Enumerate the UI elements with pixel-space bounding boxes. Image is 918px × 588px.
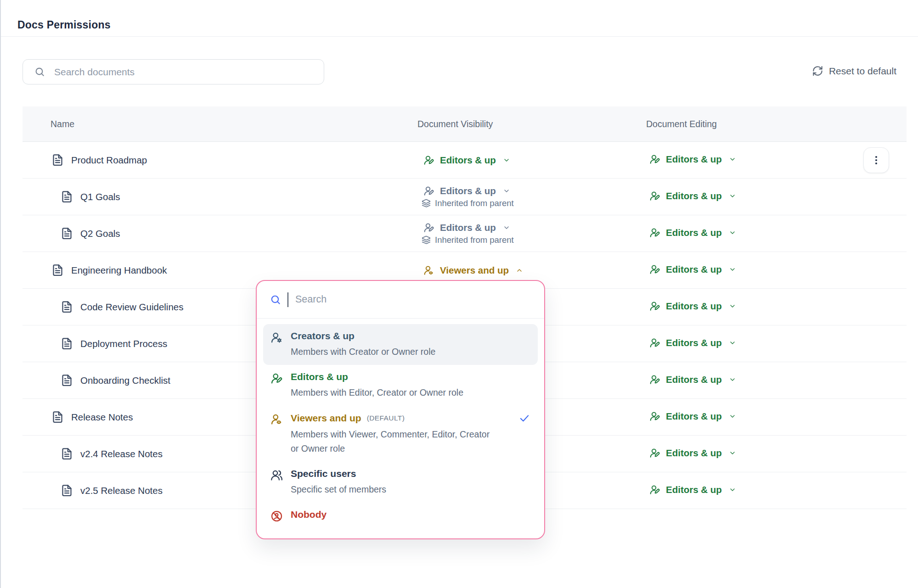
file-text-icon [61,374,73,386]
chevron-down-icon [503,224,510,231]
editing-value: Editors & up [666,154,722,165]
row-menu-button[interactable] [863,147,889,173]
visibility-value: Viewers and up [440,265,509,276]
column-header-name: Name [23,119,407,129]
editing-dropdown[interactable]: Editors & up [649,484,736,495]
user-edit-icon [270,372,283,385]
doc-name-cell: Q1 Goals [23,190,407,203]
option-text: Specific users Specific set of members [291,468,530,496]
option-specific-users[interactable]: Specific users Specific set of members [263,462,538,503]
option-creators-and-up[interactable]: Creators & up Members with Creator or Ow… [263,324,538,365]
text-caret [287,292,288,307]
row-actions-cell [855,147,907,173]
editing-value: Editors & up [666,411,722,422]
editing-dropdown[interactable]: Editors & up [649,264,736,275]
users-icon [270,469,283,482]
user-edit-icon [423,185,434,196]
editing-cell: Editors & up [642,374,855,387]
kebab-icon [871,155,882,166]
visibility-value: Editors & up [440,222,496,233]
inherited-badge: Inherited from parent [422,198,642,208]
table-header: Name Document Visibility Document Editin… [23,106,907,142]
table-row: Product Roadmap Editors & up Editors & u… [23,142,907,179]
file-text-icon [61,301,73,313]
doc-name: Q2 Goals [80,228,120,239]
editing-value: Editors & up [666,374,722,385]
visibility-dropdown[interactable]: Editors & up [423,155,510,166]
option-default-badge: (DEFAULT) [367,414,405,422]
chevron-down-icon [729,156,736,163]
column-header-editing: Document Editing [642,119,855,129]
editing-cell: Editors & up [642,154,855,167]
user-eye-icon [423,265,434,276]
file-text-icon [51,264,64,276]
option-text: Nobody [291,509,530,520]
editing-dropdown[interactable]: Editors & up [649,448,736,459]
editing-value: Editors & up [666,190,722,202]
file-text-icon [61,227,73,240]
doc-name-cell: Q2 Goals [23,227,407,240]
editing-cell: Editors & up [642,190,855,203]
editing-dropdown[interactable]: Editors & up [649,374,736,385]
editing-dropdown[interactable]: Editors & up [649,190,736,202]
editing-value: Editors & up [666,301,722,312]
option-text: Viewers and up (DEFAULT) Members with Vi… [291,412,530,455]
visibility-dropdown[interactable]: Viewers and up [423,265,523,276]
option-title: Creators & up [291,330,355,342]
chevron-down-icon [729,486,736,493]
visibility-dropdown[interactable]: Editors & up [423,222,510,233]
doc-name-cell: Engineering Handbook [23,264,407,276]
option-viewers-and-up[interactable]: Viewers and up (DEFAULT) Members with Vi… [263,406,538,461]
reset-to-default-button[interactable]: Reset to default [809,65,899,77]
reset-label: Reset to default [829,66,896,77]
editing-dropdown[interactable]: Editors & up [649,301,736,312]
editing-cell: Editors & up [642,337,855,350]
dropdown-search-box[interactable] [257,281,544,319]
refresh-icon [812,65,823,77]
editing-cell: Editors & up [642,484,855,497]
dropdown-options-list: Creators & up Members with Creator or Ow… [257,319,544,534]
table-row: Q1 Goals Editors & up Inherited from par… [23,179,907,215]
dropdown-search-input[interactable] [294,293,533,306]
doc-name: v2.5 Release Notes [80,485,163,496]
file-text-icon [61,448,73,460]
doc-name: Q1 Goals [80,191,120,202]
option-text: Creators & up Members with Creator or Ow… [291,330,530,358]
visibility-dropdown[interactable]: Editors & up [423,185,510,196]
editing-value: Editors & up [666,448,722,459]
doc-name: v2.4 Release Notes [80,448,163,459]
editing-value: Editors & up [666,264,722,275]
user-edit-icon [649,190,660,202]
doc-name: Product Roadmap [71,155,147,166]
documents-search-box[interactable] [23,59,324,84]
chevron-down-icon [503,187,510,195]
user-edit-icon [423,155,434,166]
user-eye-icon [270,413,283,426]
page-title: Docs Permissions [17,19,111,31]
user-edit-icon [649,154,660,165]
editing-value: Editors & up [666,227,722,238]
visibility-cell: Editors & up Inherited from parent [407,185,642,208]
editing-value: Editors & up [666,484,722,495]
chevron-down-icon [729,339,736,347]
documents-search-input[interactable] [53,66,324,78]
user-edit-icon [649,484,660,495]
option-nobody[interactable]: Nobody [263,503,538,529]
editing-dropdown[interactable]: Editors & up [649,411,736,422]
topbar: Docs Permissions [1,0,918,37]
editing-cell: Editors & up [642,301,855,314]
layers-icon [422,235,431,245]
chevron-down-icon [729,192,736,200]
file-text-icon [51,411,64,423]
user-edit-icon [649,337,660,348]
option-text: Editors & up Members with Editor, Creato… [291,371,530,399]
option-editors-and-up[interactable]: Editors & up Members with Editor, Creato… [263,365,538,406]
chevron-down-icon [503,157,510,164]
editing-dropdown[interactable]: Editors & up [649,154,736,165]
editing-dropdown[interactable]: Editors & up [649,337,736,348]
search-icon [34,66,45,78]
user-edit-icon [649,411,660,422]
visibility-dropdown-popup: Creators & up Members with Creator or Ow… [256,280,545,539]
editing-dropdown[interactable]: Editors & up [649,227,736,238]
user-edit-icon [649,374,660,385]
